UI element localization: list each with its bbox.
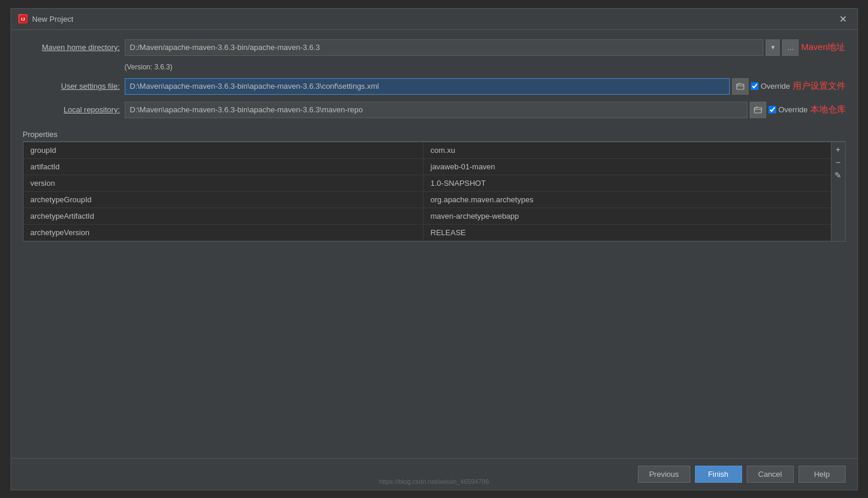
prop-value: RELEASE — [424, 225, 831, 240]
user-settings-browse-button[interactable] — [732, 78, 749, 95]
maven-home-annotation: Maven地址 — [801, 42, 845, 53]
finish-button[interactable]: Finish — [695, 466, 742, 483]
maven-home-dropdown-button[interactable]: ▼ — [766, 39, 780, 56]
properties-remove-button[interactable]: − — [832, 156, 844, 168]
maven-home-browse-button[interactable]: … — [782, 39, 799, 56]
help-button[interactable]: Help — [799, 466, 846, 483]
properties-edit-button[interactable]: ✎ — [832, 169, 844, 181]
maven-version-text: (Version: 3.6.3) — [125, 63, 846, 71]
local-repo-input-group: Override 本地仓库 — [125, 102, 846, 118]
local-repo-annotation: 本地仓库 — [810, 104, 846, 115]
local-repo-label: Local repository: — [23, 105, 120, 114]
prop-key: archetypeArtifactId — [24, 208, 424, 224]
svg-rect-2 — [737, 84, 744, 89]
cancel-button[interactable]: Cancel — [747, 466, 794, 483]
title-bar-left: IJ New Project — [18, 14, 74, 24]
user-settings-override-checkbox[interactable] — [751, 82, 759, 90]
dialog-content: Maven home directory: ▼ … Maven地址 (Versi… — [11, 30, 857, 458]
user-settings-input-group: Override 用户设置文件 — [125, 78, 846, 95]
user-settings-label: User settings file: — [23, 82, 120, 91]
maven-home-label: Maven home directory: — [23, 43, 120, 52]
prop-value: 1.0-SNAPSHOT — [424, 175, 831, 191]
prop-key: artifactId — [24, 159, 424, 175]
maven-home-row: Maven home directory: ▼ … Maven地址 — [23, 39, 846, 56]
user-settings-row: User settings file: Override 用户设置文件 — [23, 78, 846, 95]
prop-value: javaweb-01-maven — [424, 159, 831, 175]
properties-header: Properties — [23, 128, 846, 142]
close-button[interactable]: ✕ — [836, 12, 850, 26]
local-repo-input[interactable] — [125, 102, 747, 118]
app-icon: IJ — [18, 14, 28, 24]
user-settings-input[interactable] — [125, 78, 730, 95]
user-settings-annotation: 用户设置文件 — [793, 81, 846, 92]
svg-rect-3 — [754, 108, 761, 113]
watermark: https://blog.csdn.net/weixin_46594796 — [379, 478, 489, 485]
prop-key: archetypeGroupId — [24, 192, 424, 208]
properties-section: Properties groupId com.xu artifactId jav… — [23, 128, 846, 449]
table-row[interactable]: groupId com.xu — [24, 142, 831, 159]
local-repo-override: Override — [769, 105, 808, 114]
previous-button[interactable]: Previous — [638, 466, 690, 483]
table-row[interactable]: archetypeGroupId org.apache.maven.archet… — [24, 192, 831, 208]
properties-table-inner: groupId com.xu artifactId javaweb-01-mav… — [24, 142, 831, 241]
table-row[interactable]: archetypeVersion RELEASE — [24, 225, 831, 241]
properties-wrapper: groupId com.xu artifactId javaweb-01-mav… — [23, 142, 846, 242]
properties-table: groupId com.xu artifactId javaweb-01-mav… — [23, 142, 832, 242]
prop-key: version — [24, 175, 424, 191]
table-row[interactable]: archetypeArtifactId maven-archetype-weba… — [24, 208, 831, 225]
svg-text:IJ: IJ — [21, 16, 25, 22]
prop-key: archetypeVersion — [24, 225, 424, 240]
new-project-dialog: IJ New Project ✕ Maven home directory: ▼… — [11, 8, 858, 490]
title-bar: IJ New Project ✕ — [11, 9, 857, 30]
prop-key: groupId — [24, 142, 424, 158]
local-repo-browse-button[interactable] — [750, 102, 766, 118]
maven-home-input[interactable] — [125, 39, 764, 56]
table-row[interactable]: version 1.0-SNAPSHOT — [24, 175, 831, 192]
local-repo-override-checkbox[interactable] — [769, 106, 776, 113]
properties-side-toolbar: + − ✎ — [832, 142, 846, 242]
properties-add-button[interactable]: + — [832, 143, 844, 155]
local-repo-row: Local repository: Override 本地仓库 — [23, 102, 846, 118]
user-settings-override: Override — [751, 82, 790, 91]
maven-home-input-group: ▼ … Maven地址 — [125, 39, 846, 56]
dialog-title: New Project — [32, 15, 74, 24]
prop-value: maven-archetype-webapp — [424, 208, 831, 224]
prop-value: org.apache.maven.archetypes — [424, 192, 831, 208]
prop-value: com.xu — [424, 142, 831, 158]
table-row[interactable]: artifactId javaweb-01-maven — [24, 159, 831, 175]
